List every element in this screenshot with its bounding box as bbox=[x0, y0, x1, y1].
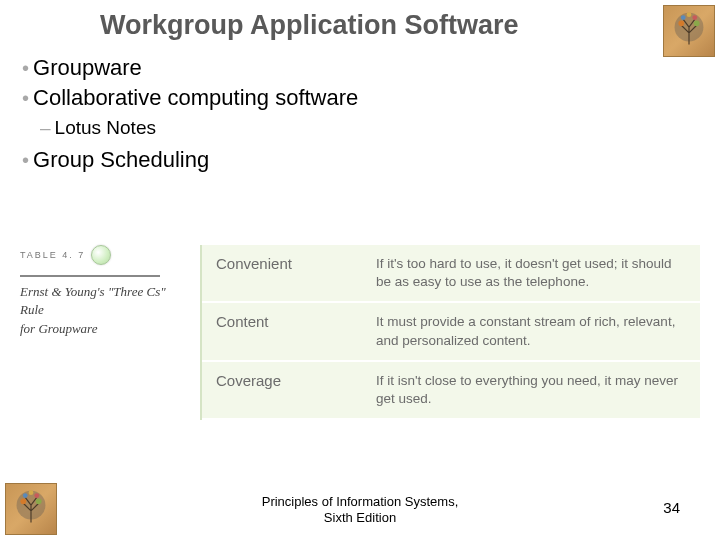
bullet-text: Collaborative computing software bbox=[33, 85, 358, 111]
table-body: Convenient If it's too hard to use, it d… bbox=[200, 245, 700, 420]
table-desc: If it isn't close to everything you need… bbox=[362, 362, 700, 418]
table-number: TABLE 4. 7 bbox=[20, 249, 85, 262]
svg-point-11 bbox=[29, 490, 34, 495]
bullet-text: Groupware bbox=[33, 55, 142, 81]
table-row: Coverage If it isn't close to everything… bbox=[202, 362, 700, 420]
decorative-tree-icon-top bbox=[663, 5, 715, 57]
slide-title: Workgroup Application Software bbox=[100, 10, 519, 41]
table-term: Coverage bbox=[202, 362, 362, 418]
bullet-text: Group Scheduling bbox=[33, 147, 209, 173]
dash-icon: – bbox=[40, 117, 51, 139]
svg-point-5 bbox=[687, 12, 692, 17]
footer-line: Sixth Edition bbox=[262, 510, 459, 526]
table-figure: TABLE 4. 7 Ernst & Young's "Three Cs" Ru… bbox=[20, 245, 700, 420]
svg-point-4 bbox=[692, 15, 697, 20]
bullet-item: • Groupware bbox=[22, 55, 358, 81]
bullet-dot-icon: • bbox=[22, 58, 29, 78]
bullet-dot-icon: • bbox=[22, 88, 29, 108]
svg-point-10 bbox=[34, 493, 39, 498]
table-term: Content bbox=[202, 303, 362, 359]
svg-point-2 bbox=[694, 20, 700, 26]
table-caption: TABLE 4. 7 Ernst & Young's "Three Cs" Ru… bbox=[20, 245, 200, 420]
table-row: Convenient If it's too hard to use, it d… bbox=[202, 245, 700, 303]
decorative-circle-icon bbox=[91, 245, 111, 265]
divider bbox=[20, 275, 160, 277]
table-row: Content It must provide a constant strea… bbox=[202, 303, 700, 361]
bullet-list: • Groupware • Collaborative computing so… bbox=[22, 55, 358, 177]
decorative-tree-icon-bottom bbox=[5, 483, 57, 535]
table-term: Convenient bbox=[202, 245, 362, 301]
svg-point-3 bbox=[681, 15, 686, 20]
caption-line: for Groupware bbox=[20, 320, 188, 338]
svg-point-8 bbox=[36, 498, 42, 504]
caption-line: Ernst & Young's "Three Cs" Rule bbox=[20, 283, 188, 319]
bullet-item: • Group Scheduling bbox=[22, 147, 358, 173]
svg-point-1 bbox=[678, 20, 684, 26]
svg-point-7 bbox=[20, 498, 26, 504]
table-desc: It must provide a constant stream of ric… bbox=[362, 303, 700, 359]
sub-bullet-item: – Lotus Notes bbox=[40, 117, 358, 139]
page-number: 34 bbox=[663, 499, 680, 516]
sub-bullet-text: Lotus Notes bbox=[55, 117, 156, 139]
bullet-dot-icon: • bbox=[22, 150, 29, 170]
svg-point-9 bbox=[23, 493, 28, 498]
bullet-item: • Collaborative computing software bbox=[22, 85, 358, 111]
table-desc: If it's too hard to use, it doesn't get … bbox=[362, 245, 700, 301]
footer-line: Principles of Information Systems, bbox=[262, 494, 459, 510]
footer-text: Principles of Information Systems, Sixth… bbox=[262, 494, 459, 527]
